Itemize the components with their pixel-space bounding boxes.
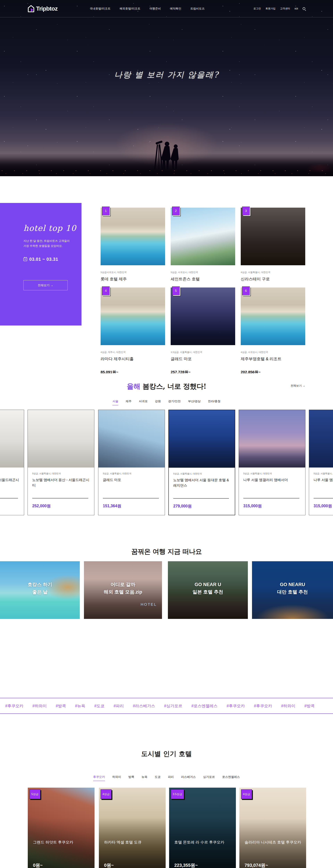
dream-card-japan[interactable]: GO NEAR U 일본 호텔 추천 <box>168 561 248 619</box>
tab-lasvegas[interactable]: 라스베거스 <box>181 775 196 781</box>
tab-gyeonggi-incheon[interactable]: 경기/인천 <box>168 399 181 405</box>
nav-overseas-hotels[interactable]: 해외호텔/리조트 <box>120 7 140 10</box>
hotel-name: 글래드 마포 <box>171 356 235 362</box>
spring-card-3[interactable]: 5성급. 서울특별시, 대한민국 노보텔 앰배서더 서울 동대문 호텔 & 레지… <box>168 410 235 515</box>
hotel-photo <box>169 410 235 468</box>
caption-line2: 대만 호텔 추천 <box>252 588 333 596</box>
brand-logo[interactable]: Tripbtoz <box>28 5 58 12</box>
hashtag-list: #후쿠오카 #하와이 #방콕 #뉴욕 #도쿄 #파리 #라스베가스 #싱가포르 … <box>0 703 323 709</box>
login-link[interactable]: 로그인 <box>254 7 261 10</box>
dream-card-overseas[interactable]: 어디로 갈까 해외 호텔 모음.zip HOTEL <box>84 561 162 619</box>
hashtag[interactable]: #후쿠오카 <box>254 704 272 708</box>
tab-singapore[interactable]: 싱가포르 <box>203 775 215 781</box>
top10-card-1[interactable]: 1 5성급서귀포시, 대한민국 롯데 호텔 제주 470,000원~ <box>101 208 165 295</box>
spring-view-all-link[interactable]: 전체보기 → <box>291 384 305 388</box>
city-hotel-card-2[interactable]: 4성급 하카타 엑셀 호텔 도큐 0원~ <box>99 787 166 868</box>
tab-jeju[interactable]: 제주 <box>126 399 131 405</box>
dream-card-hocance[interactable]: 호캉스 하기 좋은 날 <box>0 561 80 619</box>
dream-travel-section: 꿈꿔온 여행 지금 떠나요 호캉스 하기 좋은 날 어디로 갈까 해외 호텔 모… <box>0 521 333 698</box>
signup-link[interactable]: 회원가입 <box>266 7 276 10</box>
dream-card-taiwan[interactable]: GO NEARU 대만 호텔 추천 <box>252 561 333 619</box>
top10-card-4[interactable]: 4 4성급. 제주시, 대한민국 라마다 제주시티홀 85,091원~ <box>101 287 165 373</box>
tab-newyork[interactable]: 뉴욕 <box>141 775 147 781</box>
utility-nav: 로그인 회원가입 고객센터 KR <box>254 7 305 10</box>
spring-card-1[interactable]: 5성급. 서울특별시, 대한민국 노보텔 앰배서더 용산 - 서울드래곤시티 2… <box>28 410 94 515</box>
tab-hawaii[interactable]: 하와이 <box>112 775 121 781</box>
top10-card-2[interactable]: 2 5성급. 서귀포시, 대한민국 세인트존스 호텔 154,546원~ <box>171 208 235 295</box>
spring-card-4[interactable]: 5성급. 서울특별시, 대한민국 나루 서울 엠갤러리 앰배서더 315,000… <box>239 410 305 515</box>
tab-gangwon[interactable]: 강원 <box>155 399 161 405</box>
hotel-name: 솔라리아 니시테츠 호텔 후쿠오카 <box>244 840 301 845</box>
spring-section: 올해 봄캉스, 너로 정했다! 전체보기 → 서울 제주 서귀포 강원 경기/인… <box>0 373 333 521</box>
hashtag[interactable]: #방콕 <box>304 704 314 708</box>
search-icon[interactable] <box>303 7 305 10</box>
tab-losangeles[interactable]: 로스엔젤레스 <box>222 775 240 781</box>
hashtag[interactable]: #라스베가스 <box>133 704 155 708</box>
tab-jeolla-chungcheong[interactable]: 전라/충청 <box>208 399 221 405</box>
spring-card-partial-right[interactable]: 5성급. 서울특별시, 대한민국 나루 서울 엠갤러리 앰배서더 315,000… <box>309 410 333 515</box>
spring-card-partial-left[interactable]: 5성급. 서울특별시, 대한민국 노보텔 앰배서더 용산 - 서울드래곤시티 2… <box>0 410 24 515</box>
hashtag[interactable]: #싱가포르 <box>164 704 182 708</box>
city-hotel-card-1[interactable]: 5성급 그랜드 하얏트 후쿠오카 0원~ <box>28 787 95 868</box>
divider <box>103 498 159 498</box>
hotel-photo: 3 <box>241 208 305 265</box>
hotel-name: 호텔 몬토레 라 수르 후쿠오카 <box>174 840 224 845</box>
hotel-name: 세인트존스 호텔 <box>171 276 235 282</box>
hotel-price: 315,000원 <box>243 503 262 509</box>
tab-paris[interactable]: 파리 <box>168 775 174 781</box>
nav-reservation-check[interactable]: 예약확인 <box>170 7 181 10</box>
hashtag[interactable]: #후쿠오카 <box>227 704 245 708</box>
city-hotel-card-4[interactable]: 4성급 솔라리아 니시테츠 호텔 후쿠오카 793,074원~ <box>239 787 306 868</box>
hashtag[interactable]: #하와이 <box>32 704 47 708</box>
tab-bangkok[interactable]: 방콕 <box>128 775 134 781</box>
tab-tokyo[interactable]: 도쿄 <box>155 775 161 781</box>
hotel-meta: 4성급. 서울특별시, 대한민국 <box>241 271 305 274</box>
top10-card-6[interactable]: 6 4성급. 서귀포시, 대한민국 제주부영호텔 & 리조트 202,856원~ <box>241 287 305 373</box>
brand-name: Tripbtoz <box>36 5 58 12</box>
hotel-name: 하카타 엑셀 호텔 도큐 <box>104 840 141 845</box>
hashtag[interactable]: #도쿄 <box>94 704 105 708</box>
rank-badge: 2 <box>172 207 180 215</box>
city-hotel-card-3[interactable]: 3.5성급 호텔 몬토레 라 수르 후쿠오카 223,355원~ <box>169 787 236 868</box>
hotel-top10-section: hotel top 10 지난 한 달 동안, 트립비토즈 고객들이 가장 주목… <box>0 176 333 373</box>
hotel-price: 0원~ <box>33 862 43 868</box>
nav-trip-prep[interactable]: 여행준비 <box>149 7 161 10</box>
hashtag[interactable]: #로스엔젤레스 <box>192 704 218 708</box>
hotel-name: 제주부영호텔 & 리조트 <box>241 356 305 362</box>
top10-intro-panel: hotel top 10 지난 한 달 동안, 트립비토즈 고객들이 가장 주목… <box>0 203 81 326</box>
stargazers-silhouette <box>146 135 192 169</box>
tab-fukuoka[interactable]: 후쿠오카 <box>93 775 105 781</box>
hashtag[interactable]: #파리 <box>113 704 124 708</box>
tab-seoul[interactable]: 서울 <box>112 399 118 405</box>
language-selector[interactable]: KR <box>295 7 298 10</box>
support-link[interactable]: 고객센터 <box>280 7 290 10</box>
top10-description: 지난 한 달 동안, 트립비토즈 고객들이 가장 주목한 호텔들을 모았어요. <box>24 239 70 249</box>
hashtag-marquee: #후쿠오카 #하와이 #방콕 #뉴욕 #도쿄 #파리 #라스베가스 #싱가포르 … <box>0 698 333 714</box>
spring-card-2[interactable]: 5성급. 서울특별시, 대한민국 글래드 마포 151,364원 <box>98 410 165 515</box>
nav-tripbtoz[interactable]: 트립비토즈 <box>190 7 205 10</box>
dream-card-caption: GO NEAR U 일본 호텔 추천 <box>168 581 248 596</box>
top10-card-3[interactable]: 3 4성급. 서울특별시, 대한민국 신라스테이 구로 250,000원~ <box>241 208 305 295</box>
hashtag[interactable]: #하와이 <box>281 704 295 708</box>
top10-card-5[interactable]: 5 3.5성급. 서울특별시, 대한민국 글래드 마포 257,728원~ <box>171 287 235 373</box>
top10-view-all-button[interactable]: 전체보기 → <box>24 280 68 290</box>
city-section-title: 도시별 인기 호텔 <box>0 749 333 758</box>
hotel-photo: 4 <box>101 287 165 345</box>
nav-domestic-hotels[interactable]: 국내호텔/리조트 <box>90 7 110 10</box>
hotel-name: 글래드 마포 <box>103 477 160 483</box>
hotel-name: 그랜드 하얏트 후쿠오카 <box>33 840 73 845</box>
photo-shade <box>169 787 236 868</box>
hotel-price: 0원~ <box>104 862 114 868</box>
hashtag[interactable]: #방콕 <box>56 704 66 708</box>
rank-badge: 3 <box>242 207 250 215</box>
hotel-price: 85,091원~ <box>101 370 165 373</box>
hashtag[interactable]: #후쿠오카 <box>5 704 24 708</box>
tab-busan-gyeongsang[interactable]: 부산/경상 <box>188 399 201 405</box>
photo-shade <box>239 787 306 868</box>
hotel-name: 나루 서울 엠갤러리 앰배서더 <box>243 477 301 483</box>
hashtag[interactable]: #뉴욕 <box>75 704 85 708</box>
hotel-photo: 1 <box>101 208 165 265</box>
hotel-photo: 2 <box>171 208 235 265</box>
hotel-price: 151,364원 <box>103 503 121 509</box>
tab-seogwipo[interactable]: 서귀포 <box>139 399 147 405</box>
